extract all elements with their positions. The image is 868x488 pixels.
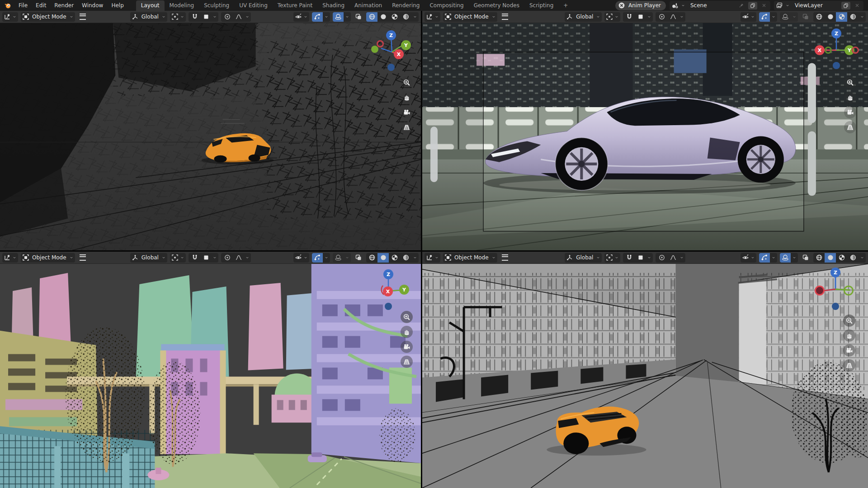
transform-orientation-select[interactable]: Global <box>565 12 602 22</box>
axis-x[interactable] <box>815 286 825 296</box>
shading-rendered-icon[interactable] <box>400 12 411 22</box>
pivot-point-select[interactable] <box>604 253 620 263</box>
mode-select[interactable]: Object Mode <box>443 12 497 22</box>
scene-wireframe-city[interactable] <box>0 23 421 250</box>
overlays-toggle[interactable] <box>780 253 791 263</box>
workspace-tab[interactable]: Modeling <box>165 0 199 11</box>
shading-solid-icon[interactable] <box>377 12 389 22</box>
snap-magnet-icon[interactable] <box>624 12 634 22</box>
new-viewlayer-icon[interactable] <box>841 2 850 9</box>
shading-material-icon[interactable] <box>836 253 847 263</box>
new-scene-icon[interactable] <box>748 2 757 9</box>
3d-canvas-bottom-left[interactable]: Z X Y <box>0 264 421 488</box>
workspace-tab[interactable]: Rendering <box>387 0 425 11</box>
snap-target-icon[interactable] <box>636 12 646 22</box>
view-axis-gizmo[interactable]: Z <box>814 267 857 311</box>
menu-item[interactable]: Render <box>50 1 78 10</box>
pin-icon[interactable] <box>737 2 746 9</box>
xray-toggle[interactable] <box>354 253 363 263</box>
proportional-edit-icon[interactable] <box>657 12 667 22</box>
axis-y[interactable]: Y <box>399 285 409 295</box>
overlays-dropdown[interactable] <box>344 12 351 22</box>
view-menu-icon[interactable] <box>78 253 88 263</box>
gizmos-toggle[interactable] <box>759 12 770 22</box>
pan-hand-icon[interactable] <box>401 326 413 338</box>
editor-type-button[interactable] <box>2 253 18 263</box>
shading-solid-icon[interactable] <box>377 253 389 263</box>
camera-view-icon[interactable] <box>844 106 856 118</box>
editor-type-button[interactable] <box>425 253 440 263</box>
view-menu-icon[interactable] <box>500 253 510 263</box>
shading-solid-icon[interactable] <box>825 253 836 263</box>
chevron-down-icon[interactable] <box>681 3 685 8</box>
zoom-icon[interactable] <box>401 311 413 323</box>
falloff-curve-icon[interactable] <box>234 12 244 22</box>
shading-wireframe-icon[interactable] <box>813 253 825 263</box>
3d-canvas-top-right[interactable]: Z X Y <box>422 23 868 250</box>
pan-hand-icon[interactable] <box>844 91 856 103</box>
mode-select[interactable]: Object Mode <box>443 253 497 263</box>
shading-material-icon[interactable] <box>389 253 400 263</box>
pan-hand-icon[interactable] <box>843 329 855 342</box>
object-visibility-select[interactable] <box>741 12 756 22</box>
pivot-point-select[interactable] <box>604 12 620 22</box>
falloff-curve-icon[interactable] <box>668 12 678 22</box>
object-visibility-select[interactable] <box>293 12 309 22</box>
workspace-tab[interactable]: Animation <box>349 0 387 11</box>
snap-magnet-icon[interactable] <box>190 253 200 263</box>
workspace-tab[interactable]: Texture Paint <box>273 0 317 11</box>
xray-toggle[interactable] <box>801 253 811 263</box>
editor-type-button[interactable] <box>2 12 18 22</box>
mode-select[interactable]: Object Mode <box>21 253 75 263</box>
scene-material-preview[interactable] <box>422 23 868 250</box>
perspective-grid-icon[interactable] <box>401 356 413 368</box>
shading-dropdown[interactable] <box>859 253 866 263</box>
3d-canvas-top-left[interactable]: Z X Y <box>0 23 421 250</box>
snap-magnet-icon[interactable] <box>190 12 200 22</box>
perspective-grid-icon[interactable] <box>844 121 856 133</box>
workspace-tab[interactable]: Scripting <box>524 0 558 11</box>
camera-view-icon[interactable] <box>401 106 413 118</box>
shading-material-icon[interactable] <box>389 12 400 22</box>
3d-canvas-bottom-right[interactable]: Z <box>422 264 868 488</box>
view-axis-gizmo[interactable]: Z X Y <box>370 268 414 312</box>
overlays-toggle[interactable] <box>333 12 344 22</box>
chevron-down-icon[interactable] <box>785 3 790 8</box>
camera-view-icon[interactable] <box>401 341 413 353</box>
pivot-point-select[interactable] <box>170 253 186 263</box>
axis-z[interactable]: Z <box>831 28 841 38</box>
shading-rendered-icon[interactable] <box>847 253 859 263</box>
menu-item[interactable]: Window <box>78 1 107 10</box>
axis-z-negative[interactable] <box>833 62 840 69</box>
overlays-toggle[interactable] <box>333 253 344 263</box>
axis-x[interactable]: X <box>394 49 404 59</box>
axis-z-negative[interactable] <box>385 303 392 310</box>
proportional-edit-icon[interactable] <box>222 253 232 263</box>
menu-item[interactable]: File <box>14 1 32 10</box>
zoom-icon[interactable] <box>843 314 855 327</box>
axis-x[interactable]: X <box>383 286 393 296</box>
axis-x-negative[interactable] <box>377 40 384 47</box>
snap-magnet-icon[interactable] <box>624 253 634 263</box>
view-menu-icon[interactable] <box>500 12 510 22</box>
shading-material-icon[interactable] <box>836 12 847 22</box>
snap-target-icon[interactable] <box>636 253 646 263</box>
shading-dropdown[interactable] <box>859 12 866 22</box>
viewlayer-name[interactable]: ViewLayer <box>792 2 839 9</box>
workspace-tab[interactable]: UV Editing <box>234 0 273 11</box>
shading-rendered-icon[interactable] <box>847 12 859 22</box>
blender-logo-icon[interactable] <box>3 1 13 9</box>
overlays-dropdown[interactable] <box>344 253 351 263</box>
viewlayer-icon[interactable] <box>776 2 783 9</box>
xray-toggle[interactable] <box>354 12 363 22</box>
transform-orientation-select[interactable]: Global <box>130 12 167 22</box>
menu-item[interactable]: Edit <box>32 1 50 10</box>
view-axis-gizmo[interactable]: Z X Y <box>815 28 858 71</box>
anim-player-button[interactable]: Anim Player <box>615 1 666 10</box>
axis-x-negative[interactable] <box>852 47 859 54</box>
overlays-dropdown[interactable] <box>791 253 798 263</box>
axis-y[interactable] <box>844 286 854 296</box>
shading-rendered-icon[interactable] <box>400 253 411 263</box>
overlays-toggle[interactable] <box>780 12 791 22</box>
workspace-tab[interactable]: + <box>558 0 573 11</box>
